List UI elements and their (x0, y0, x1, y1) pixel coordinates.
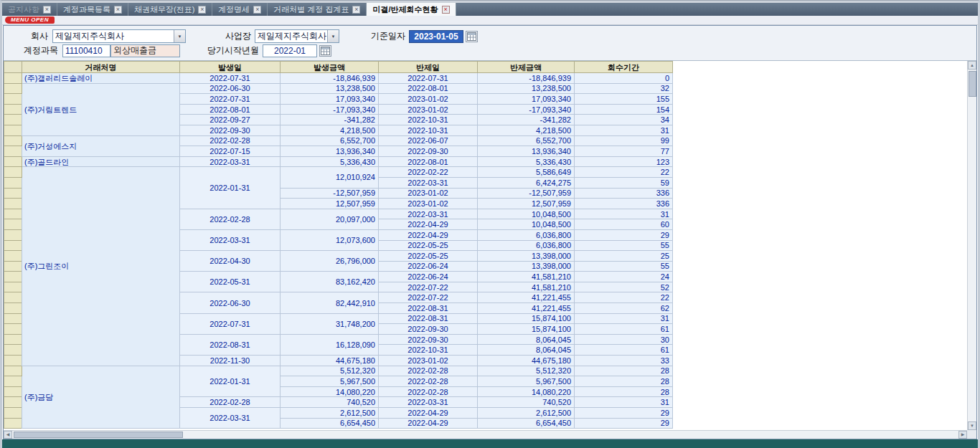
occur-amount-cell[interactable]: 20,097,000 (281, 209, 379, 229)
occur-date-cell[interactable]: 2022-06-30 (180, 292, 281, 313)
row-selector[interactable] (4, 282, 22, 292)
col-header-settle-amount[interactable]: 반제금액 (478, 62, 575, 73)
collect-period-cell[interactable]: 154 (575, 104, 673, 115)
scroll-up-icon[interactable] (968, 61, 976, 70)
collect-period-cell[interactable]: 29 (575, 229, 673, 240)
settle-amount-cell[interactable]: -18,846,939 (478, 73, 575, 84)
collect-period-cell[interactable]: 31 (575, 125, 673, 135)
settle-date-cell[interactable]: 2022-06-24 (379, 261, 478, 272)
settle-amount-cell[interactable]: 740,520 (478, 397, 575, 408)
settle-date-cell[interactable]: 2022-02-28 (379, 386, 478, 397)
settle-date-cell[interactable]: 2022-02-28 (379, 366, 478, 376)
tab-close-icon[interactable] (114, 6, 122, 14)
row-selector[interactable] (4, 135, 22, 146)
tab-customer-account-summary[interactable]: 거래처별 계정 집계표 (268, 3, 367, 16)
col-header-collect-period[interactable]: 회수기간 (575, 62, 673, 73)
occur-amount-cell[interactable]: 31,748,200 (281, 313, 379, 334)
collect-period-cell[interactable]: 34 (575, 115, 673, 125)
customer-cell[interactable]: (주)거성에스지 (22, 135, 180, 156)
collect-period-cell[interactable]: 99 (575, 135, 673, 146)
settle-amount-cell[interactable]: 41,221,455 (478, 292, 575, 303)
settle-amount-cell[interactable]: 5,586,649 (478, 167, 575, 178)
occur-date-cell[interactable]: 2022-03-31 (180, 156, 281, 167)
occur-amount-cell[interactable]: 16,128,090 (281, 334, 379, 355)
collect-period-cell[interactable]: 59 (575, 177, 673, 188)
settle-amount-cell[interactable]: 6,552,700 (478, 135, 575, 146)
site-select[interactable]: 제일제지주식회사 (255, 29, 339, 43)
tab-close-icon[interactable] (352, 6, 360, 14)
settle-amount-cell[interactable]: 5,512,320 (478, 366, 575, 376)
settle-date-cell[interactable]: 2022-09-30 (379, 146, 478, 157)
settle-amount-cell[interactable]: 5,967,500 (478, 376, 575, 387)
horizontal-scroll-thumb[interactable] (14, 432, 183, 438)
tab-outstanding-settlement-status[interactable]: 미결/반제회수현황 (367, 3, 456, 16)
row-selector[interactable] (4, 376, 22, 387)
collect-period-cell[interactable]: 61 (575, 324, 673, 335)
scroll-down-icon[interactable] (968, 421, 976, 430)
occur-amount-cell[interactable]: 17,093,340 (281, 94, 379, 105)
col-header-customer[interactable]: 거래처명 (22, 62, 180, 73)
settle-amount-cell[interactable]: -17,093,340 (478, 104, 575, 115)
row-selector[interactable] (4, 73, 22, 84)
settle-amount-cell[interactable]: 4,218,500 (478, 125, 575, 135)
settle-date-cell[interactable]: 2022-06-24 (379, 272, 478, 282)
settle-date-cell[interactable]: 2022-09-30 (379, 324, 478, 335)
occur-amount-cell[interactable]: 82,442,910 (281, 292, 379, 313)
collect-period-cell[interactable]: 29 (575, 408, 673, 419)
row-selector[interactable] (4, 356, 22, 366)
row-selector[interactable] (4, 261, 22, 272)
occur-amount-cell[interactable]: 6,552,700 (281, 135, 379, 146)
tab-close-icon[interactable] (198, 6, 206, 14)
settle-date-cell[interactable]: 2022-04-29 (379, 229, 478, 240)
occur-amount-cell[interactable]: 26,796,000 (281, 251, 379, 272)
settle-date-cell[interactable]: 2022-03-31 (379, 397, 478, 408)
row-selector[interactable] (4, 115, 22, 125)
settle-date-cell[interactable]: 2023-01-02 (379, 104, 478, 115)
row-selector[interactable] (4, 397, 22, 408)
tab-account-detail[interactable]: 계정명세 (212, 3, 268, 16)
row-selector[interactable] (4, 408, 22, 419)
occur-date-cell[interactable]: 2022-08-01 (180, 104, 281, 115)
settle-date-cell[interactable]: 2022-10-31 (379, 125, 478, 135)
settle-date-cell[interactable]: 2022-07-31 (379, 73, 478, 84)
row-selector[interactable] (4, 177, 22, 188)
settle-date-cell[interactable]: 2022-05-25 (379, 240, 478, 251)
tab-close-icon[interactable] (253, 6, 261, 14)
occur-amount-cell[interactable]: 6,654,450 (281, 418, 379, 429)
occur-date-cell[interactable]: 2022-05-31 (180, 272, 281, 292)
occur-date-cell[interactable]: 2022-04-30 (180, 251, 281, 272)
occur-amount-cell[interactable]: 14,080,220 (281, 386, 379, 397)
occur-amount-cell[interactable]: 12,073,600 (281, 229, 379, 250)
collect-period-cell[interactable]: 31 (575, 313, 673, 324)
occur-date-cell[interactable]: 2022-07-31 (180, 313, 281, 334)
collect-period-cell[interactable]: 28 (575, 366, 673, 376)
collect-period-cell[interactable]: 155 (575, 94, 673, 105)
row-selector[interactable] (4, 272, 22, 282)
tab-account-register[interactable]: 계정과목등록 (57, 3, 128, 16)
settle-amount-cell[interactable]: 6,654,450 (478, 418, 575, 429)
settle-amount-cell[interactable]: 12,507,959 (478, 199, 575, 209)
occur-amount-cell[interactable]: 44,675,180 (281, 356, 379, 366)
settle-amount-cell[interactable]: 2,612,500 (478, 408, 575, 419)
settle-date-cell[interactable]: 2023-01-02 (379, 199, 478, 209)
occur-date-cell[interactable]: 2022-03-31 (180, 229, 281, 250)
settle-amount-cell[interactable]: 13,936,340 (478, 146, 575, 157)
collect-period-cell[interactable]: 22 (575, 167, 673, 178)
occur-amount-cell[interactable]: 4,218,500 (281, 125, 379, 135)
settle-date-cell[interactable]: 2022-07-22 (379, 292, 478, 303)
settle-date-cell[interactable]: 2022-08-31 (379, 303, 478, 314)
row-selector[interactable] (4, 303, 22, 314)
occur-amount-cell[interactable]: -17,093,340 (281, 104, 379, 115)
occur-date-cell[interactable]: 2022-02-28 (180, 135, 281, 146)
tab-close-icon[interactable] (442, 6, 450, 14)
settle-amount-cell[interactable]: -341,282 (478, 115, 575, 125)
dropdown-arrow-icon[interactable] (327, 30, 339, 42)
row-selector[interactable] (4, 146, 22, 157)
settle-amount-cell[interactable]: -12,507,959 (478, 188, 575, 199)
settle-date-cell[interactable]: 2022-10-31 (379, 345, 478, 356)
settle-amount-cell[interactable]: 17,093,340 (478, 94, 575, 105)
tab-notice[interactable]: 공지사항 (2, 3, 57, 16)
settle-amount-cell[interactable]: 41,581,210 (478, 282, 575, 292)
occur-date-cell[interactable]: 2022-01-31 (180, 366, 281, 397)
collect-period-cell[interactable]: 62 (575, 303, 673, 314)
